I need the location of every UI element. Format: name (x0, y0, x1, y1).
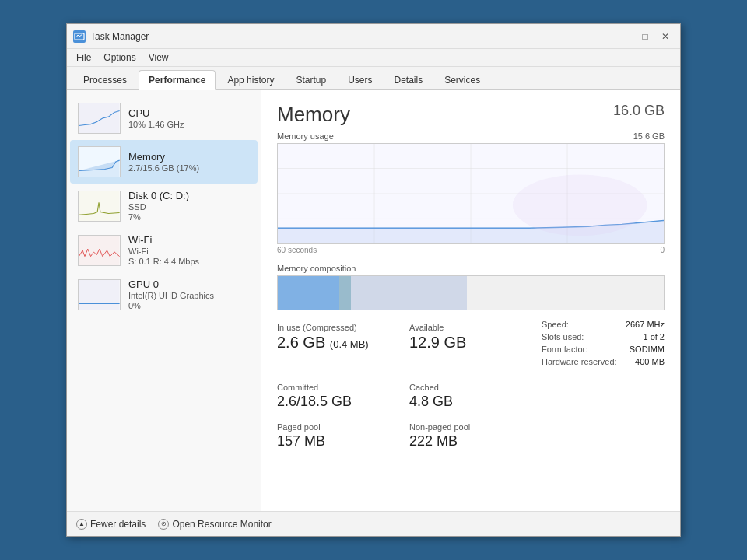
chart-time-to: 0 (660, 246, 665, 254)
chart-label-row: Memory usage 15.6 GB (277, 131, 665, 141)
comp-in-use (278, 276, 339, 310)
speed-value: 2667 MHz (626, 320, 665, 329)
content-area: CPU 10% 1.46 GHz Memory 2.7/15.6 GB ( (67, 90, 680, 511)
svg-line-1 (76, 35, 78, 37)
slots-value: 1 of 2 (643, 332, 665, 341)
resource-monitor-text: Open Resource Monitor (172, 519, 271, 530)
svg-rect-8 (79, 280, 119, 310)
disk-detail1: SSD (128, 202, 250, 212)
slots-label: Slots used: (542, 332, 584, 341)
memory-detail: 2.7/15.6 GB (17%) (128, 163, 250, 173)
tab-services[interactable]: Services (434, 70, 490, 89)
cpu-info: CPU 10% 1.46 GHz (128, 107, 250, 129)
stat-non-paged-pool: Non-paged pool 222 MB (409, 419, 532, 453)
tab-users[interactable]: Users (338, 70, 382, 89)
wifi-detail1: Wi-Fi (128, 247, 250, 256)
panel-total: 16.0 GB (613, 103, 665, 119)
task-manager-window: Task Manager — □ ✕ File Options View Pro… (66, 23, 681, 537)
form-value: SODIMM (630, 345, 665, 354)
right-stats-block: Speed: 2667 MHz Slots used: 1 of 2 Form … (542, 320, 665, 373)
close-button[interactable]: ✕ (657, 28, 674, 45)
tab-bar: Processes Performance App history Startu… (67, 67, 680, 90)
tab-performance[interactable]: Performance (139, 70, 216, 90)
gpu-detail1: Intel(R) UHD Graphics (128, 291, 250, 300)
memory-info: Memory 2.7/15.6 GB (17%) (128, 151, 250, 173)
window-controls: — □ ✕ (616, 28, 674, 45)
chart-max-value: 15.6 GB (633, 131, 665, 141)
committed-label: Committed (277, 383, 400, 392)
sidebar-item-cpu[interactable]: CPU 10% 1.46 GHz (70, 96, 258, 140)
stats-row3: Paged pool 157 MB Non-paged pool 222 MB (277, 419, 665, 453)
hw-reserved-value: 400 MB (635, 357, 665, 366)
disk-info: Disk 0 (C: D:) SSD 7% (128, 190, 250, 222)
sidebar: CPU 10% 1.46 GHz Memory 2.7/15.6 GB ( (67, 90, 261, 511)
sidebar-item-wifi[interactable]: Wi-Fi Wi-Fi S: 0.1 R: 4.4 Mbps (70, 228, 258, 272)
wifi-name: Wi-Fi (128, 234, 250, 246)
stat-committed: Committed 2.6/18.5 GB (277, 380, 400, 413)
speed-row: Speed: 2667 MHz (542, 320, 665, 329)
disk-detail2: 7% (128, 212, 250, 222)
cached-label: Cached (409, 383, 532, 392)
tab-app-history[interactable]: App history (217, 70, 284, 89)
open-resource-monitor-link[interactable]: ⊙ Open Resource Monitor (158, 519, 271, 530)
disk-name: Disk 0 (C: D:) (128, 190, 250, 201)
composition-label: Memory composition (277, 264, 665, 273)
menu-options[interactable]: Options (97, 51, 142, 65)
sidebar-item-memory[interactable]: Memory 2.7/15.6 GB (17%) (70, 140, 258, 184)
non-paged-pool-value: 222 MB (409, 433, 532, 450)
menu-bar: File Options View (67, 49, 680, 67)
menu-view[interactable]: View (142, 51, 175, 65)
comp-free (467, 276, 664, 310)
panel-header: Memory 16.0 GB (277, 103, 665, 127)
fewer-details-text: Fewer details (90, 519, 146, 530)
stat-in-use: In use (Compressed) 2.6 GB (0.4 MB) (277, 320, 400, 355)
tab-startup[interactable]: Startup (286, 70, 336, 89)
chart-time-from: 60 seconds (277, 246, 317, 254)
svg-line-3 (79, 34, 82, 37)
app-icon (73, 30, 86, 43)
non-paged-pool-label: Non-paged pool (409, 422, 532, 432)
stat-cached: Cached 4.8 GB (409, 380, 532, 413)
composition-section: Memory composition (277, 264, 665, 310)
paged-pool-value: 157 MB (277, 433, 400, 450)
tab-processes[interactable]: Processes (73, 70, 137, 89)
sidebar-item-gpu[interactable]: GPU 0 Intel(R) UHD Graphics 0% (70, 272, 258, 317)
disk-thumbnail (78, 191, 121, 222)
speed-label: Speed: (542, 320, 569, 329)
cpu-name: CPU (128, 107, 250, 119)
menu-file[interactable]: File (70, 51, 97, 65)
main-panel: Memory 16.0 GB Memory usage 15.6 GB (261, 90, 680, 511)
panel-title: Memory (277, 103, 350, 127)
comp-standby (351, 276, 467, 310)
memory-chart-section: Memory usage 15.6 GB (277, 131, 665, 254)
fewer-details-link[interactable]: ▲ Fewer details (76, 519, 146, 530)
gpu-thumbnail (78, 279, 121, 310)
available-value: 12.9 GB (409, 334, 532, 352)
title-bar-left: Task Manager (73, 30, 149, 43)
minimize-button[interactable]: — (616, 28, 633, 45)
svg-point-15 (513, 174, 647, 236)
chart-time-labels: 60 seconds 0 (277, 246, 665, 254)
stats-row1: In use (Compressed) 2.6 GB (0.4 MB) Avai… (277, 320, 665, 373)
cpu-thumbnail (78, 103, 121, 134)
wifi-info: Wi-Fi Wi-Fi S: 0.1 R: 4.4 Mbps (128, 234, 250, 266)
cpu-detail: 10% 1.46 GHz (128, 120, 250, 129)
wifi-thumbnail (78, 235, 121, 266)
fewer-details-icon: ▲ (76, 519, 87, 530)
in-use-value: 2.6 GB (0.4 MB) (277, 334, 400, 352)
paged-pool-label: Paged pool (277, 422, 400, 432)
hw-reserved-row: Hardware reserved: 400 MB (542, 357, 665, 366)
gpu-name: GPU 0 (128, 278, 250, 290)
svg-rect-4 (79, 103, 119, 133)
memory-usage-chart (277, 143, 665, 244)
maximize-button[interactable]: □ (637, 28, 654, 45)
form-label: Form factor: (542, 345, 587, 354)
sidebar-item-disk[interactable]: Disk 0 (C: D:) SSD 7% (70, 184, 258, 228)
memory-name: Memory (128, 151, 250, 163)
stat-available: Available 12.9 GB (409, 320, 532, 355)
slots-row: Slots used: 1 of 2 (542, 332, 665, 341)
bottom-bar: ▲ Fewer details ⊙ Open Resource Monitor (67, 511, 680, 536)
available-label: Available (409, 323, 532, 332)
tab-details[interactable]: Details (384, 70, 433, 89)
svg-line-2 (78, 35, 79, 37)
